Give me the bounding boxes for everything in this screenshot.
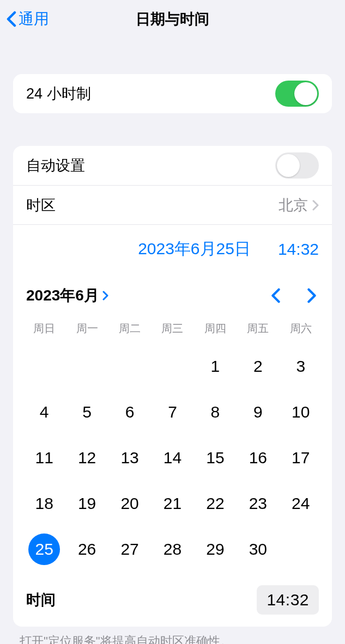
calendar-day[interactable]: 21 (151, 487, 193, 520)
calendar-day[interactable]: 13 (108, 441, 151, 474)
calendar-weekday: 周四 (194, 318, 237, 339)
calendar-day[interactable]: 14 (151, 441, 193, 474)
calendar-month-button[interactable]: 2023年6月 (26, 285, 109, 306)
calendar-day[interactable]: 20 (108, 487, 151, 520)
auto-set-row: 自动设置 (13, 146, 332, 185)
auto-set-toggle[interactable] (275, 152, 319, 179)
calendar-day[interactable]: 27 (108, 533, 151, 566)
calendar-empty-cell (108, 350, 151, 383)
chevron-right-icon (312, 200, 319, 211)
calendar-weekday: 周六 (280, 318, 322, 339)
calendar-day[interactable]: 28 (151, 533, 193, 566)
calendar-weekday: 周三 (151, 318, 193, 339)
calendar-day[interactable]: 11 (23, 441, 65, 474)
calendar-day[interactable]: 25 (23, 533, 65, 566)
calendar-empty-cell (23, 350, 65, 383)
calendar-day[interactable]: 24 (280, 487, 322, 520)
footer-note: 打开"定位服务"将提高自动时区准确性。 (20, 633, 325, 644)
calendar-day[interactable]: 8 (194, 396, 237, 428)
auto-set-label: 自动设置 (26, 156, 85, 175)
calendar-empty-cell (151, 350, 193, 383)
calendar-day[interactable]: 3 (280, 350, 322, 383)
twenty-four-hour-toggle[interactable] (275, 81, 319, 107)
calendar-weekday: 周日 (23, 318, 65, 339)
calendar-day[interactable]: 10 (280, 396, 322, 428)
calendar-prev-button[interactable] (269, 286, 283, 305)
calendar-day[interactable]: 15 (194, 441, 237, 474)
calendar-day[interactable]: 30 (237, 533, 279, 566)
calendar-day[interactable]: 12 (65, 441, 108, 474)
page-title: 日期与时间 (0, 9, 345, 29)
calendar-day[interactable]: 23 (237, 487, 279, 520)
calendar-day[interactable]: 1 (194, 350, 237, 383)
back-button[interactable]: 通用 (0, 9, 49, 29)
calendar-day[interactable]: 6 (108, 396, 151, 428)
timezone-value: 北京 (279, 195, 308, 215)
calendar-weekday: 周五 (237, 318, 279, 339)
calendar-day[interactable]: 5 (65, 396, 108, 428)
calendar-month-label: 2023年6月 (26, 285, 99, 306)
calendar-empty-cell (65, 350, 108, 383)
chevron-left-icon (7, 11, 16, 27)
calendar-day[interactable]: 4 (23, 396, 65, 428)
calendar-day[interactable]: 29 (194, 533, 237, 566)
time-label: 时间 (26, 590, 56, 610)
twenty-four-hour-label: 24 小时制 (26, 84, 91, 103)
calendar-day[interactable]: 26 (65, 533, 108, 566)
calendar-day[interactable]: 18 (23, 487, 65, 520)
calendar-day[interactable]: 16 (237, 441, 279, 474)
picker-date-button[interactable]: 2023年6月25日 (138, 238, 251, 260)
calendar-day[interactable]: 2 (237, 350, 279, 383)
twenty-four-hour-row: 24 小时制 (13, 74, 332, 113)
calendar-day[interactable]: 22 (194, 487, 237, 520)
calendar-weekday: 周二 (108, 318, 151, 339)
calendar-next-button[interactable] (305, 286, 319, 305)
back-label: 通用 (19, 9, 49, 29)
timezone-row[interactable]: 时区 北京 (13, 185, 332, 224)
chevron-right-icon (102, 290, 109, 301)
calendar-day[interactable]: 7 (151, 396, 193, 428)
calendar-day[interactable]: 19 (65, 487, 108, 520)
calendar-weekday: 周一 (65, 318, 108, 339)
calendar-day[interactable]: 17 (280, 441, 322, 474)
time-value-button[interactable]: 14:32 (257, 585, 319, 615)
timezone-label: 时区 (26, 195, 56, 215)
calendar-day[interactable]: 9 (237, 396, 279, 428)
picker-time-button[interactable]: 14:32 (278, 240, 319, 259)
